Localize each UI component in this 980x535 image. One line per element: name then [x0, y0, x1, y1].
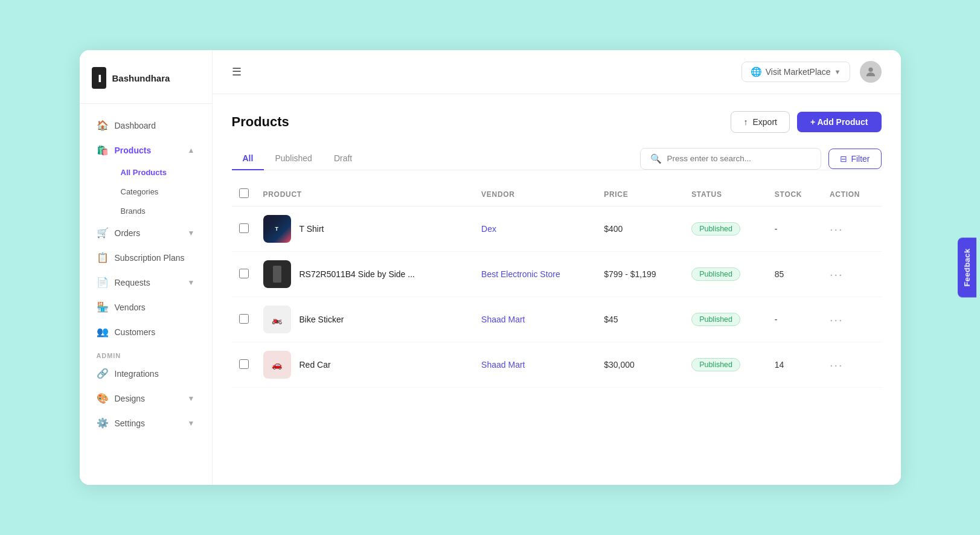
main-content: ☰ 🌐 Visit MarketPlace ▼ Products	[213, 50, 901, 485]
tab-all[interactable]: All	[232, 147, 264, 170]
filter-icon: ⊟	[840, 154, 847, 164]
col-vendor: VENDOR	[474, 182, 597, 207]
feedback-button[interactable]: Feedback	[958, 237, 976, 297]
row-checkbox[interactable]	[239, 359, 249, 369]
categories-label: Categories	[121, 187, 159, 196]
requests-chevron-icon: ▼	[188, 278, 195, 287]
search-input[interactable]	[667, 154, 811, 163]
sidebar-item-products-label: Products	[115, 146, 152, 155]
subscription-icon: 📋	[97, 252, 109, 263]
vendor-link[interactable]: Shaad Mart	[481, 315, 525, 324]
select-all-checkbox[interactable]	[239, 188, 249, 198]
add-product-label: + Add Product	[810, 117, 868, 127]
sidebar-item-customers[interactable]: 👥 Customers	[85, 320, 207, 344]
customers-icon: 👥	[97, 326, 109, 338]
orders-chevron-icon: ▼	[188, 229, 195, 237]
price-cell: $400	[597, 207, 684, 252]
product-name: RS72R5011B4 Side by Side ...	[299, 269, 415, 279]
stock-cell: 14	[767, 342, 822, 388]
action-cell[interactable]: ···	[822, 252, 882, 297]
admin-section-label: ADMIN	[80, 345, 212, 362]
hamburger-menu-icon[interactable]: ☰	[232, 65, 242, 78]
sidebar-item-dashboard[interactable]: 🏠 Dashboard	[85, 114, 207, 137]
tabs: All Published Draft	[232, 147, 363, 170]
products-table-wrap: PRODUCT VENDOR PRICE STATUS STOCK ACTION…	[232, 182, 882, 388]
sidebar-item-categories[interactable]: Categories	[114, 182, 207, 201]
status-cell: Published	[684, 252, 767, 297]
svg-point-0	[868, 68, 873, 72]
product-thumbnail	[263, 260, 291, 288]
sidebar-item-all-products[interactable]: All Products	[114, 163, 207, 182]
all-products-label: All Products	[121, 168, 167, 177]
filter-button[interactable]: ⊟ Filter	[828, 149, 881, 169]
sidebar-item-subscription-label: Subscription Plans	[115, 253, 185, 263]
product-cell: RS72R5011B4 Side by Side ...	[256, 252, 475, 297]
visit-marketplace-button[interactable]: 🌐 Visit MarketPlace ▼	[741, 62, 850, 82]
price-cell: $45	[597, 297, 684, 342]
marketplace-chevron-icon: ▼	[834, 68, 841, 75]
row-checkbox[interactable]	[239, 314, 249, 324]
action-more-icon[interactable]: ···	[830, 222, 844, 235]
tabs-right: 🔍 ⊟ Filter	[640, 148, 881, 170]
tab-draft[interactable]: Draft	[323, 147, 363, 170]
visit-marketplace-label: Visit MarketPlace	[766, 67, 831, 77]
sidebar-item-vendors[interactable]: 🏪 Vendors	[85, 295, 207, 319]
vendor-cell[interactable]: Best Electronic Store	[474, 252, 597, 297]
sidebar-item-designs-label: Designs	[115, 394, 146, 403]
action-more-icon[interactable]: ···	[830, 358, 844, 371]
sidebar-item-designs[interactable]: 🎨 Designs ▼	[85, 386, 207, 410]
stock-cell: -	[767, 297, 822, 342]
product-cell: TT Shirt	[256, 207, 475, 252]
sidebar-item-brands[interactable]: Brands	[114, 202, 207, 220]
tabs-row: All Published Draft 🔍 ⊟	[232, 147, 882, 170]
filter-label: Filter	[851, 154, 870, 164]
user-avatar[interactable]	[860, 61, 882, 83]
sidebar-nav: 🏠 Dashboard 🛍️ Products ▲ All Products C…	[80, 104, 212, 470]
action-more-icon[interactable]: ···	[830, 268, 844, 281]
table-row: 🏍️Bike StickerShaad Mart$45Published-···	[232, 297, 882, 342]
product-name: Red Car	[299, 360, 331, 370]
page-title: Products	[232, 114, 289, 130]
sidebar-item-orders[interactable]: 🛒 Orders ▼	[85, 221, 207, 245]
page-actions: ↑ Export + Add Product	[731, 111, 881, 133]
page-content: Products ↑ Export + Add Product All	[213, 94, 901, 485]
sidebar-item-requests-label: Requests	[115, 278, 150, 287]
settings-chevron-icon: ▼	[188, 419, 195, 428]
price-cell: $799 - $1,199	[597, 252, 684, 297]
row-checkbox[interactable]	[239, 223, 249, 233]
vendor-link[interactable]: Best Electronic Store	[481, 269, 560, 279]
vendor-cell[interactable]: Shaad Mart	[474, 342, 597, 388]
sidebar-item-subscription[interactable]: 📋 Subscription Plans	[85, 246, 207, 269]
sidebar-item-settings[interactable]: ⚙️ Settings ▼	[85, 411, 207, 435]
action-cell[interactable]: ···	[822, 297, 882, 342]
vendor-link[interactable]: Shaad Mart	[481, 360, 525, 370]
tab-published[interactable]: Published	[264, 147, 323, 170]
page-header: Products ↑ Export + Add Product	[232, 111, 882, 133]
topbar: ☰ 🌐 Visit MarketPlace ▼	[213, 50, 901, 94]
vendor-cell[interactable]: Dex	[474, 207, 597, 252]
tab-all-label: All	[243, 153, 254, 163]
sidebar-item-vendors-label: Vendors	[115, 303, 146, 312]
stock-cell: -	[767, 207, 822, 252]
sidebar-item-products[interactable]: 🛍️ Products ▲	[85, 138, 207, 162]
vendor-link[interactable]: Dex	[481, 224, 496, 234]
product-name: T Shirt	[299, 224, 324, 234]
tab-draft-label: Draft	[334, 153, 352, 163]
search-box: 🔍	[640, 148, 821, 170]
action-more-icon[interactable]: ···	[830, 313, 844, 326]
row-checkbox[interactable]	[239, 269, 249, 278]
vendor-cell[interactable]: Shaad Mart	[474, 297, 597, 342]
export-button[interactable]: ↑ Export	[731, 111, 789, 133]
action-cell[interactable]: ···	[822, 342, 882, 388]
brand-icon: ▐	[92, 67, 106, 89]
add-product-button[interactable]: + Add Product	[797, 112, 882, 132]
action-cell[interactable]: ···	[822, 207, 882, 252]
sidebar-item-integrations[interactable]: 🔗 Integrations	[85, 362, 207, 385]
price-cell: $30,000	[597, 342, 684, 388]
col-action: ACTION	[822, 182, 882, 207]
status-cell: Published	[684, 207, 767, 252]
sidebar-item-requests[interactable]: 📄 Requests ▼	[85, 271, 207, 294]
table-row: 🚗Red CarShaad Mart$30,000Published14···	[232, 342, 882, 388]
tab-published-label: Published	[275, 153, 312, 163]
status-badge: Published	[691, 358, 740, 371]
